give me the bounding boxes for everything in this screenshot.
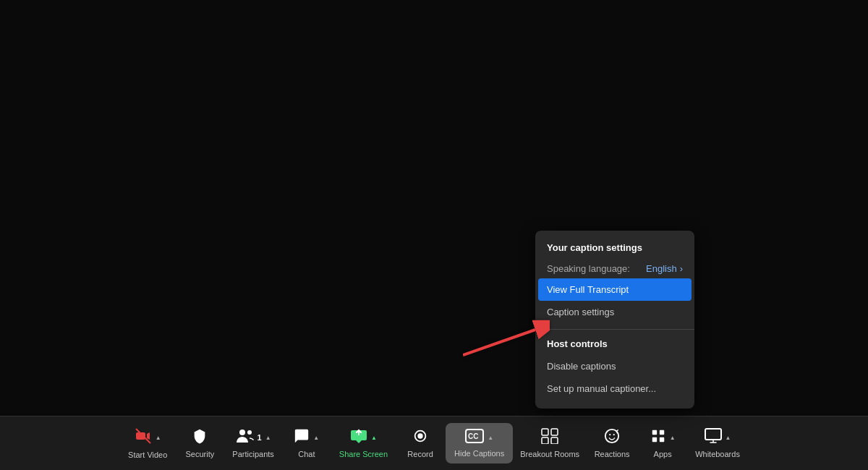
- svg-rect-14: [551, 437, 558, 444]
- caption-settings-item[interactable]: Caption settings: [535, 301, 694, 323]
- video-area: [0, 0, 868, 430]
- svg-rect-22: [705, 429, 721, 440]
- disable-captions-item[interactable]: Disable captions: [535, 355, 694, 377]
- svg-point-8: [417, 433, 422, 438]
- popup-divider: [535, 329, 694, 330]
- participants-label: Participants: [232, 450, 273, 458]
- svg-rect-11: [542, 429, 548, 435]
- participants-button[interactable]: 1 ▲ Participants: [225, 422, 281, 464]
- whiteboards-button[interactable]: ▲ Whiteboards: [688, 422, 747, 464]
- hide-captions-label: Hide Captions: [454, 449, 504, 458]
- set-up-manual-captioner-item[interactable]: Set up manual captioner...: [535, 377, 694, 400]
- arrow-annotation: [463, 319, 550, 365]
- svg-rect-18: [652, 430, 656, 435]
- start-video-caret[interactable]: ▲: [156, 435, 161, 441]
- svg-point-4: [239, 430, 245, 435]
- security-button[interactable]: Security: [174, 422, 225, 464]
- participants-caret[interactable]: ▲: [265, 435, 271, 441]
- breakout-rooms-label: Breakout Rooms: [520, 450, 579, 458]
- breakout-rooms-button[interactable]: Breakout Rooms: [513, 422, 587, 464]
- svg-text:CC: CC: [468, 432, 478, 440]
- chat-icon: [294, 428, 310, 447]
- start-video-button[interactable]: ▲ Start Video: [121, 422, 174, 465]
- shield-icon: [192, 428, 208, 447]
- svg-line-1: [463, 330, 535, 355]
- whiteboards-caret[interactable]: ▲: [726, 435, 731, 441]
- video-off-icon: [135, 427, 152, 448]
- record-icon: [412, 428, 428, 447]
- chevron-right-icon: ›: [680, 263, 683, 274]
- svg-point-17: [613, 434, 615, 435]
- security-label: Security: [185, 450, 214, 458]
- record-label: Record: [407, 450, 433, 458]
- speaking-language-label: Speaking language:: [547, 263, 630, 274]
- speaking-language-value[interactable]: English ›: [646, 263, 683, 274]
- apps-icon: [650, 428, 666, 447]
- chat-caret[interactable]: ▲: [313, 435, 319, 441]
- apps-button[interactable]: ▲ Apps: [637, 422, 688, 464]
- speaking-language-row: Speaking language: English ›: [535, 259, 694, 278]
- participants-badge: 1: [258, 433, 262, 442]
- start-video-label: Start Video: [128, 450, 167, 459]
- svg-point-5: [247, 430, 252, 435]
- svg-rect-19: [659, 430, 663, 435]
- host-controls-title: Host controls: [535, 336, 694, 355]
- view-full-transcript-item[interactable]: View Full Transcript: [538, 278, 692, 301]
- svg-rect-13: [542, 437, 548, 444]
- emoji-icon: [604, 428, 620, 447]
- chat-label: Chat: [298, 450, 315, 458]
- caption-popup-menu: Your caption settings Speaking language:…: [535, 231, 694, 409]
- people-icon: [236, 428, 255, 447]
- cc-icon: CC: [465, 429, 484, 446]
- breakout-icon: [541, 428, 558, 447]
- apps-label: Apps: [654, 450, 672, 458]
- record-button[interactable]: Record: [395, 422, 446, 464]
- share-screen-label: Share Screen: [339, 450, 388, 458]
- caption-settings-title: Your caption settings: [535, 239, 694, 259]
- svg-rect-20: [652, 437, 656, 442]
- share-screen-caret[interactable]: ▲: [371, 435, 377, 441]
- svg-point-16: [609, 434, 610, 435]
- chat-button[interactable]: ▲ Chat: [281, 422, 332, 464]
- svg-rect-21: [659, 437, 663, 442]
- share-screen-button[interactable]: ▲ Share Screen: [332, 422, 395, 464]
- hide-captions-button[interactable]: CC ▲ Hide Captions: [446, 423, 513, 463]
- apps-caret[interactable]: ▲: [670, 435, 676, 441]
- svg-rect-12: [551, 429, 558, 435]
- captions-caret[interactable]: ▲: [488, 435, 493, 441]
- reactions-button[interactable]: Reactions: [587, 422, 637, 464]
- reactions-label: Reactions: [595, 450, 630, 458]
- whiteboard-icon: [705, 428, 722, 447]
- toolbar: ▲ Start Video Security 1: [0, 416, 868, 470]
- share-screen-icon: [350, 428, 367, 447]
- whiteboards-label: Whiteboards: [695, 450, 740, 458]
